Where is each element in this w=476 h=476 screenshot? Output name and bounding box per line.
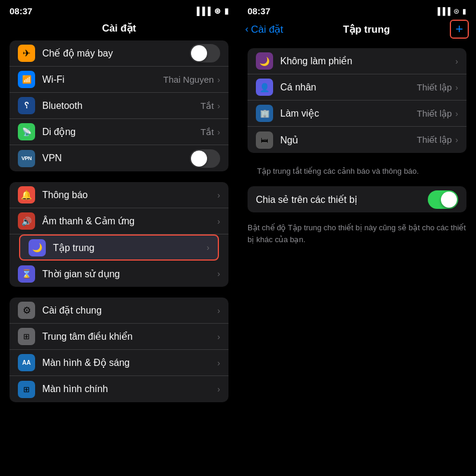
personal-label: Cá nhân: [280, 82, 416, 93]
mobile-icon: 📡: [18, 123, 35, 140]
mobile-label: Di động: [42, 126, 201, 137]
display-icon: AA: [18, 354, 35, 371]
bluetooth-value: Tắt: [201, 101, 214, 111]
row-sound[interactable]: 🔊 Âm thanh & Cảm ứng ›: [10, 208, 228, 234]
notify-chevron: ›: [217, 190, 220, 200]
vpn-label: VPN: [42, 153, 190, 164]
left-time: 08:37: [10, 6, 32, 16]
focus-icon-left: 🌙: [29, 239, 46, 256]
sleep-label: Ngủ: [280, 134, 416, 146]
vpn-toggle[interactable]: [190, 149, 220, 168]
work-value: Thiết lập: [416, 108, 452, 119]
add-icon: +: [456, 21, 464, 37]
row-notify[interactable]: 🔔 Thông báo ›: [10, 182, 228, 208]
add-button[interactable]: +: [450, 20, 469, 39]
section-notifications: 🔔 Thông báo › 🔊 Âm thanh & Cảm ứng › 🌙 T…: [10, 182, 228, 287]
row-vpn[interactable]: VPN VPN: [10, 145, 228, 171]
right-nav-header: ‹ Cài đặt Tập trung +: [238, 16, 476, 43]
display-chevron: ›: [217, 358, 220, 368]
airplane-icon: ✈: [18, 45, 35, 62]
screen-time-label: Thời gian sử dụng: [42, 268, 217, 280]
right-content: 🌙 Không làm phiền › 👤 Cá nhân Thiết lập …: [238, 43, 476, 476]
sound-chevron: ›: [217, 217, 220, 226]
work-chevron: ›: [455, 109, 458, 118]
control-icon: ⊞: [18, 328, 35, 345]
left-status-bar: 08:37 ▐▐▐ ⊛ ▮: [0, 0, 238, 20]
r-signal-icon: ▐▐▐: [435, 7, 450, 15]
wifi-icon: ⊛: [214, 7, 221, 15]
sleep-value: Thiết lập: [416, 134, 452, 145]
row-home[interactable]: ⊞ Màn hình chính ›: [10, 376, 228, 402]
right-title: Tập trung: [283, 23, 450, 36]
row-focus[interactable]: 🌙 Tập trung ›: [19, 234, 219, 261]
wifi-value: Thai Nguyen: [163, 74, 214, 84]
focus-row-dnd[interactable]: 🌙 Không làm phiền ›: [248, 48, 466, 74]
back-label: Cài đặt: [251, 23, 283, 36]
row-general[interactable]: ⚙ Cài đặt chung ›: [10, 298, 228, 324]
vpn-icon: VPN: [18, 150, 35, 167]
left-panel: 08:37 ▐▐▐ ⊛ ▮ Cài đặt ✈ Chế độ máy bay 📶…: [0, 0, 238, 476]
right-panel: 08:37 ▐▐▐ ⊛ ▮ ‹ Cài đặt Tập trung + 🌙 Kh…: [238, 0, 476, 476]
share-label: Chia sẻ trên các thiết bị: [256, 194, 428, 205]
bluetooth-label: Bluetooth: [42, 101, 201, 111]
work-label: Làm việc: [280, 108, 416, 119]
general-icon: ⚙: [18, 302, 35, 319]
back-button[interactable]: ‹ Cài đặt: [245, 23, 283, 36]
right-status-icons: ▐▐▐ ⊛ ▮: [435, 7, 466, 15]
screen-time-icon: ⌛: [18, 265, 35, 283]
row-bluetooth[interactable]: ␦ Bluetooth Tắt ›: [10, 93, 228, 119]
focus-modes-section: 🌙 Không làm phiền › 👤 Cá nhân Thiết lập …: [248, 48, 466, 153]
left-page-title: Cài đặt: [0, 20, 238, 40]
battery-icon: ▮: [224, 7, 228, 15]
row-screen-time[interactable]: ⌛ Thời gian sử dụng ›: [10, 261, 228, 287]
row-control[interactable]: ⊞ Trung tâm điều khiển ›: [10, 324, 228, 350]
left-status-icons: ▐▐▐ ⊛ ▮: [194, 7, 228, 15]
home-label: Màn hình chính: [42, 384, 217, 394]
mobile-chevron: ›: [217, 127, 220, 137]
right-time: 08:37: [248, 6, 270, 16]
control-label: Trung tâm điều khiển: [42, 331, 217, 342]
wifi-icon-row: 📶: [18, 71, 35, 88]
focus-row-personal[interactable]: 👤 Cá nhân Thiết lập ›: [248, 74, 466, 101]
screen-time-chevron: ›: [217, 269, 220, 278]
r-battery-icon: ▮: [462, 7, 466, 15]
personal-icon: 👤: [256, 79, 273, 96]
focus-row-sleep[interactable]: 🛏 Ngủ Thiết lập ›: [248, 127, 466, 153]
sleep-chevron: ›: [455, 135, 458, 145]
control-chevron: ›: [217, 332, 220, 342]
notify-label: Thông báo: [42, 190, 217, 201]
personal-chevron: ›: [455, 83, 458, 92]
dnd-label: Không làm phiền: [280, 55, 455, 67]
share-section: Chia sẻ trên các thiết bị: [248, 186, 466, 212]
settings-list: ✈ Chế độ máy bay 📶 Wi-Fi Thai Nguyen › ␦…: [0, 40, 238, 476]
bluetooth-chevron: ›: [217, 101, 220, 111]
share-row[interactable]: Chia sẻ trên các thiết bị: [248, 186, 466, 212]
general-label: Cài đặt chung: [42, 305, 217, 316]
airplane-label: Chế độ máy bay: [42, 48, 190, 59]
focus-label-left: Tập trung: [53, 242, 206, 253]
general-chevron: ›: [217, 306, 220, 315]
focus-hint: Tập trung tắt tiếng các cảnh báo và thôn…: [238, 164, 476, 186]
r-wifi-icon: ⊛: [453, 7, 459, 15]
airplane-toggle[interactable]: [190, 44, 220, 62]
share-hint: Bật chế độ Tập trung cho thiết bị này cũ…: [238, 217, 476, 255]
row-airplane[interactable]: ✈ Chế độ máy bay: [10, 40, 228, 67]
focus-chevron: ›: [206, 243, 209, 252]
sound-label: Âm thanh & Cảm ứng: [42, 215, 217, 227]
wifi-label: Wi-Fi: [42, 74, 163, 85]
row-display[interactable]: AA Màn hình & Độ sáng ›: [10, 350, 228, 376]
share-toggle[interactable]: [428, 190, 458, 209]
dnd-chevron: ›: [455, 57, 458, 66]
back-chevron-icon: ‹: [245, 23, 249, 35]
row-mobile[interactable]: 📡 Di động Tắt ›: [10, 119, 228, 145]
row-wifi[interactable]: 📶 Wi-Fi Thai Nguyen ›: [10, 67, 228, 93]
section-general: ⚙ Cài đặt chung › ⊞ Trung tâm điều khiển…: [10, 298, 228, 402]
dnd-icon: 🌙: [256, 52, 273, 70]
work-icon: 🏢: [256, 105, 273, 122]
focus-row-work[interactable]: 🏢 Làm việc Thiết lập ›: [248, 101, 466, 127]
notify-icon: 🔔: [18, 186, 35, 203]
bluetooth-icon: ␦: [18, 97, 35, 114]
sleep-icon: 🛏: [256, 131, 273, 149]
mobile-value: Tắt: [201, 127, 214, 137]
right-status-bar: 08:37 ▐▐▐ ⊛ ▮: [238, 0, 476, 16]
